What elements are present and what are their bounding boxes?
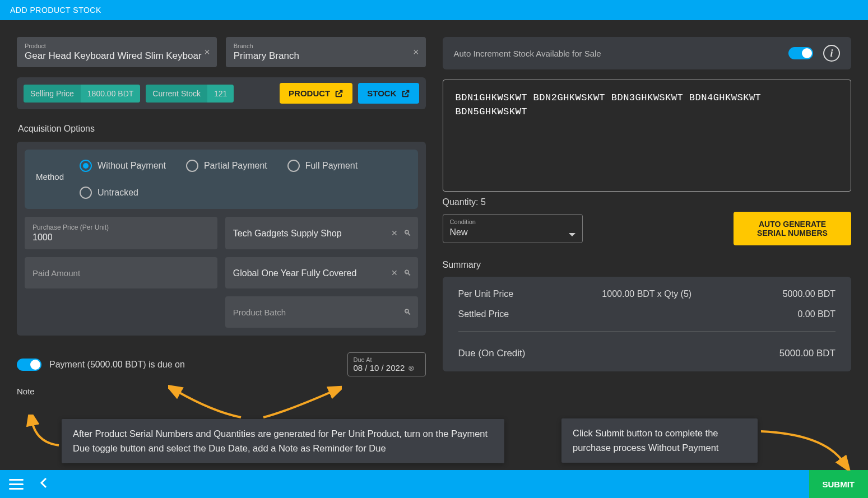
external-link-icon — [335, 89, 344, 98]
chevron-down-icon — [569, 233, 575, 236]
search-icon[interactable]: 🔍︎ — [403, 268, 411, 277]
purchase-price-label: Purchase Price (Per Unit) — [33, 224, 210, 231]
serial-numbers-textarea[interactable]: BDN1GHKWSKWT BDN2GHKWSKWT BDN3GHKWSKWT B… — [443, 80, 852, 192]
close-icon[interactable]: ⊗ — [408, 364, 415, 373]
due-at-value: 08 / 10 / 2022 — [354, 363, 405, 373]
search-icon[interactable]: 🔍︎ — [403, 308, 411, 317]
back-icon[interactable] — [39, 476, 48, 492]
method-label: Method — [36, 160, 64, 181]
submit-button[interactable]: SUBMIT — [809, 470, 869, 498]
product-label: Product — [25, 43, 209, 49]
condition-label: Condition — [450, 218, 476, 225]
current-stock-chip: Current Stock 121 — [146, 85, 234, 103]
paid-amount-placeholder: Paid Amount — [33, 268, 210, 278]
quantity-label: Quantity: 5 — [443, 197, 852, 207]
external-link-icon — [401, 89, 410, 98]
payment-due-toggle[interactable] — [17, 359, 41, 371]
payment-method-panel: Method Without Payment Partial Payment F… — [25, 150, 418, 209]
radio-untracked[interactable]: Untracked — [80, 187, 406, 199]
selling-price-label: Selling Price — [24, 85, 81, 103]
payment-due-label: Payment (5000.00 BDT) is due on — [49, 360, 185, 370]
radio-without-payment[interactable]: Without Payment — [80, 160, 166, 172]
acquisition-title: Acquisition Options — [18, 124, 426, 134]
product-value: Gear Head Keyboard Wired Slim Keyboar — [25, 50, 209, 62]
branch-value: Primary Branch — [234, 50, 418, 62]
condition-select[interactable]: Condition New — [443, 214, 583, 243]
page-title: ADD PRODUCT STOCK — [10, 6, 101, 15]
purchase-price-value: 1000 — [33, 232, 210, 243]
product-batch-field[interactable]: Product Batch 🔍︎ — [225, 296, 418, 328]
supplier-field[interactable]: Tech Gadgets Supply Shop ✕ 🔍︎ — [225, 217, 418, 249]
auto-increment-toggle[interactable] — [788, 47, 813, 59]
warranty-field[interactable]: Global One Year Fully Covered ✕ 🔍︎ — [225, 257, 418, 288]
stats-row: Selling Price 1800.00 BDT Current Stock … — [17, 77, 426, 109]
radio-partial-payment[interactable]: Partial Payment — [186, 160, 267, 172]
radio-icon — [80, 160, 92, 172]
current-stock-label: Current Stock — [146, 85, 207, 103]
help-tooltip-left: After Product Serial Numbers and Quantit… — [62, 419, 504, 463]
note-label: Note — [17, 387, 426, 396]
selling-price-value: 1800.00 BDT — [81, 85, 141, 103]
product-batch-placeholder: Product Batch — [233, 308, 410, 317]
close-icon[interactable]: × — [413, 46, 419, 58]
selling-price-chip: Selling Price 1800.00 BDT — [24, 85, 140, 103]
page-title-bar: ADD PRODUCT STOCK — [0, 0, 868, 20]
product-button[interactable]: PRODUCT — [280, 83, 352, 104]
warranty-value: Global One Year Fully Covered — [233, 268, 410, 278]
current-stock-value: 121 — [207, 85, 234, 103]
summary-panel: Per Unit Price 1000.00 BDT x Qty (5) 500… — [443, 277, 852, 371]
close-icon[interactable]: ✕ — [391, 229, 398, 238]
radio-icon — [287, 160, 300, 172]
purchase-price-field[interactable]: Purchase Price (Per Unit) 1000 — [25, 217, 217, 249]
info-icon[interactable]: i — [823, 45, 840, 62]
summary-due-row: Due (On Credit) 5000.00 BDT — [458, 348, 836, 359]
auto-increment-label: Auto Increment Stock Available for Sale — [454, 49, 779, 58]
condition-value: New — [450, 227, 575, 238]
radio-full-payment[interactable]: Full Payment — [287, 160, 358, 172]
menu-icon[interactable] — [9, 479, 24, 490]
summary-row: Per Unit Price 1000.00 BDT x Qty (5) 500… — [458, 289, 836, 299]
product-field[interactable]: Product Gear Head Keyboard Wired Slim Ke… — [17, 37, 217, 67]
paid-amount-field[interactable]: Paid Amount — [25, 257, 217, 288]
radio-icon — [80, 187, 92, 199]
summary-row: Settled Price 0.00 BDT — [458, 309, 836, 319]
footer-bar: SUBMIT — [0, 470, 868, 498]
due-date-field[interactable]: Due At 08 / 10 / 2022 ⊗ — [347, 352, 426, 376]
stock-button[interactable]: STOCK — [358, 83, 419, 104]
radio-icon — [186, 160, 198, 172]
help-tooltip-right: Click Submit button to complete the purc… — [561, 418, 758, 463]
due-at-label: Due At — [354, 356, 420, 363]
close-icon[interactable]: ✕ — [391, 268, 398, 277]
close-icon[interactable]: × — [204, 46, 210, 58]
search-icon[interactable]: 🔍︎ — [403, 229, 411, 238]
auto-generate-button[interactable]: AUTO GENERATE SERIAL NUMBERS — [734, 212, 851, 245]
supplier-value: Tech Gadgets Supply Shop — [233, 229, 410, 239]
branch-label: Branch — [234, 43, 418, 49]
summary-title: Summary — [443, 260, 852, 270]
branch-field[interactable]: Branch Primary Branch × — [226, 37, 426, 67]
